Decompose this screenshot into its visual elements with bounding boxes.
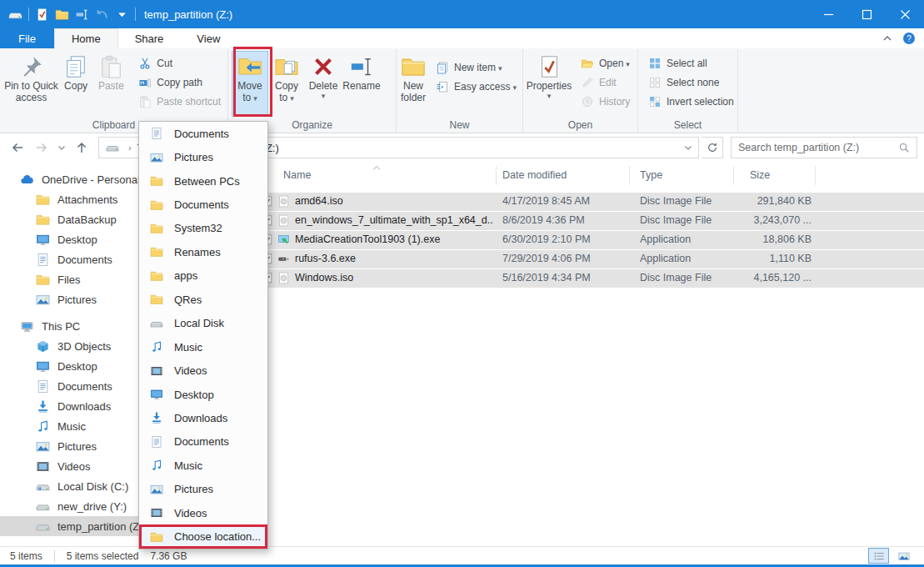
new-folder-qat-icon[interactable] — [55, 8, 69, 22]
file-date-modified: 6/30/2019 2:10 PM — [502, 233, 591, 245]
download-icon — [36, 399, 50, 414]
new-folder-icon — [401, 54, 426, 79]
close-button[interactable] — [886, 0, 924, 28]
move-menu-item[interactable]: Documents — [139, 193, 267, 216]
forward-button[interactable] — [31, 137, 52, 158]
rename-button[interactable]: Rename — [342, 51, 382, 117]
help-icon[interactable]: ? — [902, 32, 916, 45]
move-menu-item[interactable]: Documents — [139, 122, 267, 145]
copy-to-button[interactable]: Copy to — [268, 51, 305, 117]
collapse-ribbon-icon[interactable] — [881, 32, 894, 45]
tab-share[interactable]: Share — [118, 28, 181, 48]
recent-locations-caret-icon[interactable] — [55, 137, 68, 158]
select-all-button[interactable]: Select all — [643, 53, 739, 73]
paste-button[interactable]: Paste — [92, 51, 129, 117]
pin-to-quick-access-button[interactable]: Pin to Quick access — [3, 51, 59, 117]
properties-button[interactable]: Properties — [527, 51, 572, 117]
edit-button[interactable]: Edit — [576, 73, 635, 92]
paste-shortcut-button[interactable]: Paste shortcut — [133, 92, 226, 111]
select-none-button[interactable]: Select none — [643, 73, 739, 92]
file-row[interactable]: rufus-3.6.exe 7/29/2019 4:06 PM Applicat… — [258, 250, 924, 268]
move-menu-item[interactable]: Choose location... — [139, 524, 267, 548]
move-menu-item[interactable]: QRes — [139, 288, 267, 311]
move-menu-item[interactable]: Videos — [139, 501, 267, 524]
file-date-modified: 7/29/2019 4:06 PM — [502, 253, 591, 264]
maximize-button[interactable] — [847, 0, 886, 28]
properties-icon — [537, 54, 562, 79]
back-button[interactable] — [7, 137, 28, 158]
explorer-drive-icon[interactable] — [8, 8, 22, 22]
refresh-button[interactable] — [702, 137, 723, 158]
move-menu-item[interactable]: apps — [139, 264, 267, 288]
undo-qat-icon[interactable] — [95, 8, 109, 22]
minimize-button[interactable] — [809, 0, 847, 28]
move-menu-item[interactable]: Local Disk — [139, 312, 267, 335]
folder-icon — [36, 193, 50, 207]
move-to-button[interactable]: Move to — [232, 51, 268, 117]
invert-selection-button[interactable]: Invert selection — [643, 92, 739, 111]
quick-access-toolbar — [0, 8, 136, 22]
desktop-icon — [36, 359, 50, 374]
column-header-date-modified[interactable]: Date modified — [502, 169, 567, 181]
file-row[interactable]: MediaCreationTool1903 (1).exe 6/30/2019 … — [258, 231, 924, 249]
address-dropdown-caret-icon[interactable] — [682, 141, 695, 154]
move-menu-item[interactable]: Pictures — [139, 478, 267, 501]
column-header-type[interactable]: Type — [640, 169, 662, 181]
move-menu-item[interactable]: Downloads — [139, 406, 267, 429]
pictures-icon — [36, 293, 50, 307]
column-divider[interactable] — [629, 166, 630, 185]
file-type: Disc Image File — [640, 214, 712, 226]
move-menu-item[interactable]: Pictures — [139, 145, 267, 168]
properties-qat-icon[interactable] — [35, 8, 49, 22]
move-menu-item[interactable]: Music — [139, 335, 267, 359]
tab-view[interactable]: View — [180, 28, 237, 48]
column-divider[interactable] — [496, 166, 497, 185]
open-folder-icon — [581, 57, 594, 70]
file-row[interactable]: en_windows_7_ultimate_with_sp1_x64_d... … — [258, 212, 924, 230]
easy-access-button[interactable]: Easy access — [431, 77, 522, 96]
new-folder-button[interactable]: New folder — [400, 51, 427, 117]
move-menu-item[interactable]: System32 — [139, 217, 267, 240]
desktop-icon — [150, 388, 163, 401]
delete-button[interactable]: Delete — [305, 51, 342, 117]
file-name: en_windows_7_ultimate_with_sp1_x64_d... — [295, 214, 493, 226]
search-input[interactable]: Search temp_partition (Z:) — [731, 137, 917, 158]
move-menu-item[interactable]: Desktop — [139, 383, 267, 406]
details-view-button[interactable] — [868, 548, 889, 564]
cube-icon — [36, 339, 50, 354]
cut-button[interactable]: Cut — [133, 53, 226, 73]
move-menu-item[interactable]: Videos — [139, 359, 267, 382]
move-to-icon — [237, 54, 262, 79]
tab-file[interactable]: File — [0, 28, 54, 48]
history-button[interactable]: History — [576, 92, 635, 111]
new-item-button[interactable]: New item — [431, 58, 522, 77]
folder-icon — [150, 198, 163, 212]
file-row[interactable]: amd64.iso 4/17/2019 8:45 AM Disc Image F… — [258, 193, 924, 211]
file-row[interactable]: Windows.iso 5/16/2019 4:34 PM Disc Image… — [258, 269, 924, 288]
column-divider[interactable] — [733, 166, 734, 185]
column-header-size[interactable]: Size — [750, 169, 770, 181]
tab-home[interactable]: Home — [54, 28, 118, 48]
column-header-name[interactable]: Name — [283, 169, 311, 181]
move-menu-item[interactable]: Renames — [139, 240, 267, 263]
disc-icon — [277, 272, 290, 284]
move-menu-item[interactable]: Documents — [139, 430, 267, 454]
file-name: Windows.iso — [295, 272, 353, 284]
window-controls — [809, 0, 924, 28]
usb-icon — [277, 253, 290, 265]
large-icons-view-button[interactable] — [893, 548, 914, 564]
doc_sync-icon — [150, 435, 163, 449]
qat-separator — [135, 8, 136, 21]
open-button[interactable]: Open — [576, 53, 635, 73]
location-drive-icon — [106, 141, 119, 154]
copy-to-icon — [274, 54, 299, 79]
rename-qat-icon[interactable] — [75, 8, 89, 22]
copy-button[interactable]: Copy — [59, 51, 92, 117]
up-button[interactable] — [71, 137, 92, 158]
copy-path-button[interactable]: Copy path — [133, 73, 226, 92]
column-divider[interactable] — [815, 166, 816, 185]
move-menu-item[interactable]: Between PCs — [139, 169, 267, 193]
qat-customize-caret-icon[interactable] — [115, 8, 129, 22]
file-size: 1,110 KB — [723, 253, 812, 264]
move-menu-item[interactable]: Music — [139, 454, 267, 477]
